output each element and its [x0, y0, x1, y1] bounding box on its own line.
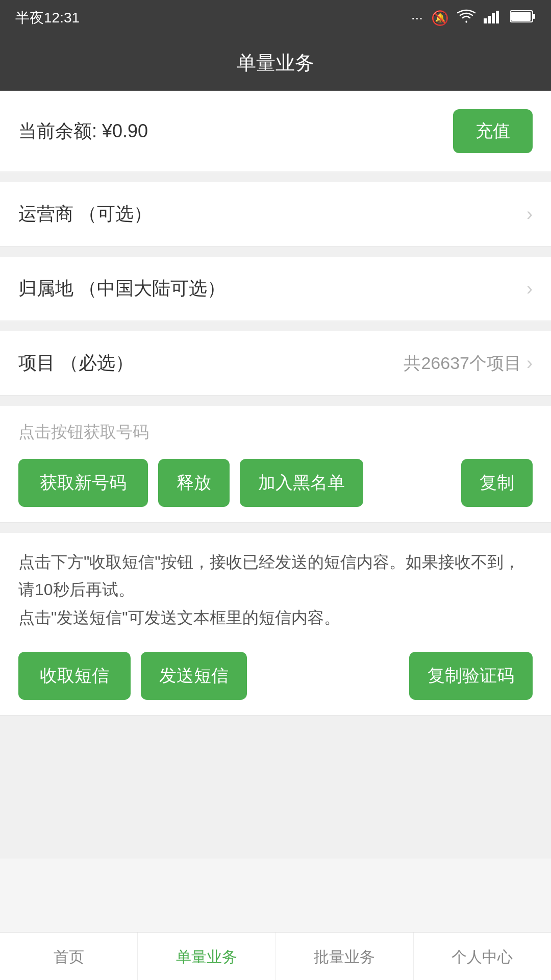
divider-gap-4 — [0, 396, 551, 406]
sms-buttons: 收取短信 发送短信 复制验证码 — [18, 652, 533, 700]
nav-item-home[interactable]: 首页 — [0, 933, 138, 980]
carrier-chevron-icon: › — [527, 204, 533, 225]
nav-item-profile[interactable]: 个人中心 — [414, 933, 551, 980]
copy-code-button[interactable]: 复制验证码 — [409, 652, 533, 700]
phone-hint: 点击按钮获取号码 — [18, 421, 533, 444]
nav-profile-label: 个人中心 — [452, 948, 513, 965]
sms-instruction-text: 点击下方"收取短信"按钮，接收已经发送的短信内容。如果接收不到，请10秒后再试。… — [18, 553, 520, 627]
region-chevron-icon: › — [527, 278, 533, 300]
signal-icon — [484, 9, 502, 27]
sms-section: 点击下方"收取短信"按钮，接收已经发送的短信内容。如果接收不到，请10秒后再试。… — [0, 533, 551, 716]
dots-icon: ··· — [411, 10, 423, 26]
svg-rect-2 — [492, 13, 495, 23]
sms-instructions: 点击下方"收取短信"按钮，接收已经发送的短信内容。如果接收不到，请10秒后再试。… — [18, 548, 533, 631]
carrier-row[interactable]: 运营商 （可选） › — [0, 182, 551, 247]
bottom-area — [0, 716, 551, 859]
balance-row: 当前余额: ¥0.90 充值 — [0, 91, 551, 172]
divider-gap-5 — [0, 523, 551, 533]
status-time: 半夜12:31 — [15, 8, 80, 28]
svg-rect-5 — [533, 14, 535, 19]
battery-icon — [510, 10, 536, 27]
send-sms-button[interactable]: 发送短信 — [141, 652, 247, 700]
page-header: 单量业务 — [0, 36, 551, 91]
status-icons: ··· 🔕 — [411, 9, 536, 27]
divider-gap-1 — [0, 172, 551, 182]
copy-number-button[interactable]: 复制 — [461, 459, 533, 507]
svg-rect-1 — [488, 16, 491, 23]
project-label: 项目 （必选） — [18, 351, 134, 376]
svg-rect-3 — [496, 11, 499, 23]
carrier-label: 运营商 （可选） — [18, 202, 152, 227]
wifi-icon — [457, 9, 475, 27]
svg-rect-6 — [511, 12, 531, 21]
receive-sms-button[interactable]: 收取短信 — [18, 652, 131, 700]
region-row[interactable]: 归属地 （中国大陆可选） › — [0, 257, 551, 321]
nav-batch-label: 批量业务 — [314, 948, 375, 965]
header-title: 单量业务 — [237, 52, 314, 74]
project-count: 共26637个项目 — [404, 352, 521, 375]
svg-rect-0 — [484, 18, 487, 23]
phone-buttons: 获取新号码 释放 加入黑名单 复制 — [18, 459, 533, 522]
bottom-nav: 首页 单量业务 批量业务 个人中心 — [0, 932, 551, 980]
project-chevron-icon: › — [527, 353, 533, 374]
project-row[interactable]: 项目 （必选） 共26637个项目 › — [0, 331, 551, 396]
balance-label: 当前余额: ¥0.90 — [18, 119, 148, 144]
get-new-number-button[interactable]: 获取新号码 — [18, 459, 148, 507]
phone-section: 点击按钮获取号码 获取新号码 释放 加入黑名单 复制 — [0, 406, 551, 523]
nav-single-label: 单量业务 — [176, 948, 237, 965]
nav-item-single[interactable]: 单量业务 — [138, 933, 276, 980]
region-label: 归属地 （中国大陆可选） — [18, 276, 226, 301]
carrier-right: › — [527, 204, 533, 225]
divider-gap-3 — [0, 321, 551, 331]
blacklist-button[interactable]: 加入黑名单 — [240, 459, 363, 507]
status-bar: 半夜12:31 ··· 🔕 — [0, 0, 551, 36]
recharge-button[interactable]: 充值 — [453, 109, 533, 153]
divider-gap-2 — [0, 247, 551, 257]
bell-icon: 🔕 — [431, 10, 449, 27]
nav-item-batch[interactable]: 批量业务 — [276, 933, 414, 980]
nav-home-label: 首页 — [54, 948, 84, 965]
project-right: 共26637个项目 › — [404, 352, 533, 375]
release-button[interactable]: 释放 — [158, 459, 230, 507]
region-right: › — [527, 278, 533, 300]
